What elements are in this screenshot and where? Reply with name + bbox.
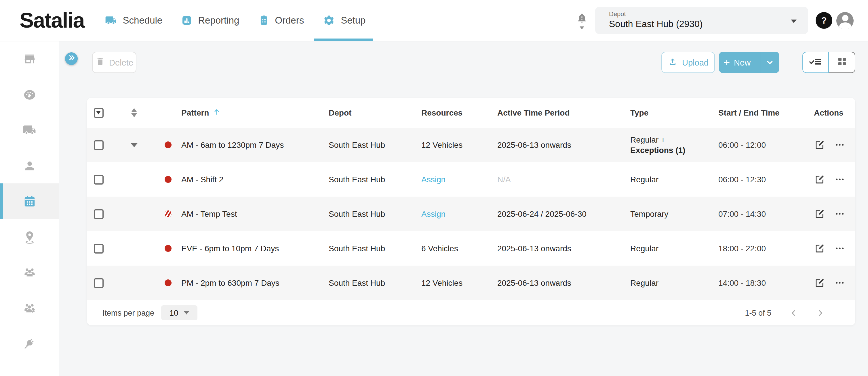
edit-button[interactable] [814, 208, 825, 219]
expand-sidebar-button[interactable] [65, 52, 78, 65]
sidebar-item-depots[interactable] [0, 41, 59, 76]
status-dot [165, 245, 172, 252]
brand-logo: Satalia [20, 8, 84, 32]
more-actions-button[interactable] [835, 243, 845, 253]
time-cell: 14:00 - 18:30 [715, 278, 811, 287]
notifications-button[interactable] [576, 12, 588, 29]
main-nav: Schedule Reporting [105, 0, 366, 41]
edit-button[interactable] [814, 139, 825, 150]
chevron-left-icon [788, 308, 798, 318]
grid-view-toggle[interactable] [829, 52, 855, 73]
type-cell: Regular + Exceptions (1) [627, 135, 715, 155]
row-checkbox[interactable] [94, 243, 103, 253]
chevron-down-icon [184, 311, 189, 314]
edit-button[interactable] [814, 277, 825, 288]
select-all-checkbox[interactable] [94, 108, 103, 117]
nav-item-reporting[interactable]: Reporting [181, 0, 239, 41]
new-button-label: New [734, 58, 751, 67]
nav-item-orders[interactable]: Orders [258, 0, 304, 41]
resources-cell: 12 Vehicles [418, 278, 494, 287]
gauge-icon [23, 88, 36, 101]
type-exceptions: Exceptions (1) [630, 145, 715, 155]
avatar-head [842, 15, 848, 21]
nav-item-setup[interactable]: Setup [323, 0, 366, 41]
sidebar-item-dashboard[interactable] [0, 76, 59, 112]
chevron-down-icon [791, 20, 797, 23]
truck-icon [23, 123, 36, 137]
time-cell: 07:00 - 14:30 [715, 209, 811, 218]
avatar-body [839, 23, 851, 29]
more-horizontal-icon [835, 209, 845, 219]
bar-chart-icon [181, 15, 192, 26]
new-button[interactable]: + New [719, 52, 779, 73]
new-button-main[interactable]: + New [719, 52, 755, 73]
app-window: Satalia Schedule [0, 0, 868, 376]
orders-icon [258, 15, 269, 26]
depot-selector-value: South East Hub (2930) [609, 19, 808, 29]
table-row[interactable]: AM - Temp Test South East Hub Assign 202… [87, 197, 855, 231]
table-row[interactable]: AM - Shift 2 South East Hub Assign N/A R… [87, 162, 855, 197]
sort-ascending-icon [212, 107, 221, 118]
column-header-start-end-time[interactable]: Start / End Time [715, 108, 811, 117]
double-chevron-right-icon [68, 54, 75, 64]
column-header-active-time-period[interactable]: Active Time Period [494, 108, 627, 117]
reorder-sort-control[interactable] [131, 108, 137, 117]
chevron-down-icon [580, 26, 584, 29]
column-header-actions: Actions [811, 108, 855, 117]
people-group-icon [22, 265, 36, 280]
user-avatar[interactable] [836, 12, 854, 29]
sidebar-item-vehicles[interactable] [0, 112, 59, 148]
previous-page-button[interactable] [788, 308, 798, 318]
sidebar-item-locations[interactable] [0, 219, 59, 255]
patterns-table: Pattern Depot Resources Active Time Peri… [87, 98, 855, 326]
sidebar-item-user-management[interactable] [0, 290, 59, 326]
row-checkbox[interactable] [94, 140, 103, 150]
view-toggle [802, 52, 855, 73]
table-row[interactable]: PM - 2pm to 630pm 7 Days South East Hub … [87, 266, 855, 300]
column-header-depot[interactable]: Depot [326, 108, 418, 117]
row-checkbox[interactable] [94, 209, 103, 219]
column-header-pattern[interactable]: Pattern [179, 107, 326, 118]
pattern-name: EVE - 6pm to 10pm 7 Days [179, 244, 326, 253]
top-bar: Satalia Schedule [0, 0, 868, 41]
edit-button[interactable] [814, 174, 825, 185]
sort-up-icon [131, 108, 137, 112]
column-header-type[interactable]: Type [627, 108, 715, 117]
assign-link[interactable]: Assign [421, 209, 445, 218]
upload-button[interactable]: Upload [661, 52, 715, 73]
page-size-select[interactable]: 10 [161, 305, 197, 320]
row-checkbox[interactable] [94, 174, 103, 184]
list-view-toggle[interactable] [802, 52, 829, 73]
new-button-dropdown[interactable] [760, 52, 779, 73]
more-actions-button[interactable] [835, 174, 845, 184]
truck-icon [105, 14, 117, 27]
nav-item-schedule[interactable]: Schedule [105, 0, 163, 41]
depot-cell: South East Hub [326, 278, 418, 287]
depot-cell: South East Hub [326, 175, 418, 184]
more-horizontal-icon [835, 243, 845, 253]
more-actions-button[interactable] [835, 209, 845, 219]
sort-down-icon [131, 113, 137, 117]
depot-selector[interactable]: Depot South East Hub (2930) [595, 7, 808, 34]
bell-alert-icon [576, 12, 588, 26]
column-header-resources[interactable]: Resources [418, 108, 494, 117]
help-button[interactable]: ? [816, 12, 832, 29]
sidebar-item-shift-patterns[interactable] [0, 183, 59, 219]
row-checkbox[interactable] [94, 278, 103, 288]
more-actions-button[interactable] [835, 140, 845, 150]
collapse-row-icon[interactable] [131, 143, 137, 147]
table-row[interactable]: EVE - 6pm to 10pm 7 Days South East Hub … [87, 231, 855, 266]
delete-button[interactable]: Delete [92, 52, 136, 73]
depot-selector-label: Depot [609, 10, 808, 17]
sidebar-item-integrations[interactable] [0, 326, 59, 362]
edit-button[interactable] [814, 243, 825, 254]
sidebar-item-drivers[interactable] [0, 148, 59, 183]
more-actions-button[interactable] [835, 278, 845, 288]
pattern-name: PM - 2pm to 630pm 7 Days [179, 278, 326, 287]
table-row[interactable]: AM - 6am to 1230pm 7 Days South East Hub… [87, 128, 855, 162]
type-primary: Regular + [630, 135, 715, 144]
next-page-button[interactable] [816, 308, 826, 318]
assign-link[interactable]: Assign [421, 175, 445, 184]
sidebar-item-teams[interactable] [0, 255, 59, 290]
calendar-icon [23, 195, 36, 208]
